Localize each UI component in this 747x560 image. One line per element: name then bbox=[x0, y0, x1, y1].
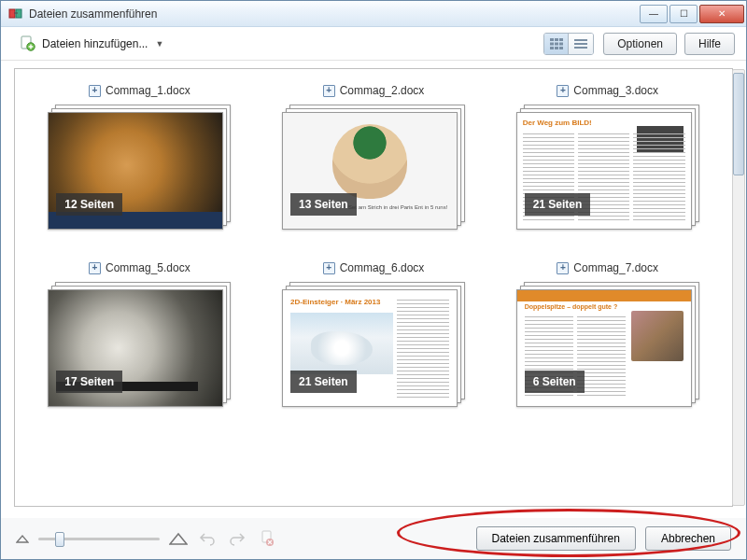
file-item[interactable]: +Commag_1.docx12 Seiten bbox=[34, 84, 246, 230]
file-list-panel: +Commag_1.docx12 Seiten+Commag_2.docxSet… bbox=[14, 68, 733, 507]
svg-rect-12 bbox=[559, 47, 563, 49]
page-count-badge: 6 Seiten bbox=[525, 371, 585, 393]
file-name: Commag_6.docx bbox=[340, 261, 425, 274]
expand-icon[interactable]: + bbox=[557, 85, 569, 97]
redo-icon[interactable] bbox=[227, 528, 247, 549]
add-files-label: Dateien hinzufügen... bbox=[42, 37, 148, 50]
expand-icon[interactable]: + bbox=[323, 262, 335, 274]
svg-rect-14 bbox=[574, 43, 587, 45]
titlebar: Dateien zusammenführen — ☐ ✕ bbox=[1, 1, 746, 27]
file-name-row: +Commag_7.docx bbox=[557, 261, 658, 274]
file-item[interactable]: +Commag_2.docxSet am Strich in drei Pari… bbox=[268, 84, 480, 230]
thumbnail-view-button[interactable] bbox=[544, 34, 569, 54]
options-button[interactable]: Optionen bbox=[603, 33, 677, 55]
thumbnail-stack[interactable]: Doppelspitze – doppelt gute ?6 Seiten bbox=[516, 282, 699, 407]
file-item[interactable]: +Commag_6.docx2D-Einsteiger · März 20132… bbox=[268, 261, 480, 407]
expand-icon[interactable]: + bbox=[89, 85, 101, 97]
file-item[interactable]: +Commag_5.docx17 Seiten bbox=[34, 261, 246, 407]
help-button[interactable]: Hilfe bbox=[684, 33, 735, 55]
svg-rect-6 bbox=[559, 38, 563, 41]
expand-icon[interactable]: + bbox=[323, 85, 335, 97]
file-name: Commag_3.docx bbox=[573, 84, 658, 97]
view-mode-toggle bbox=[543, 33, 594, 55]
file-item[interactable]: +Commag_7.docxDoppelspitze – doppelt gut… bbox=[501, 261, 713, 407]
slider-thumb[interactable] bbox=[55, 532, 64, 547]
toolbar: Dateien hinzufügen... ▼ Optionen Hilfe bbox=[1, 27, 746, 61]
svg-rect-4 bbox=[550, 38, 554, 41]
page-count-badge: 13 Seiten bbox=[290, 193, 357, 216]
thumbnail-stack[interactable]: Set am Strich in drei Paris Ent in 5 run… bbox=[282, 105, 465, 230]
file-name-row: +Commag_3.docx bbox=[557, 84, 658, 97]
file-name-row: +Commag_5.docx bbox=[89, 261, 190, 274]
zoom-in-icon[interactable] bbox=[169, 532, 188, 545]
thumbnail-stack[interactable]: 2D-Einsteiger · März 201321 Seiten bbox=[282, 282, 465, 407]
file-name: Commag_5.docx bbox=[106, 261, 190, 274]
thumbnail-stack[interactable]: 12 Seiten bbox=[48, 105, 231, 230]
svg-rect-15 bbox=[574, 47, 587, 49]
file-name: Commag_7.docx bbox=[573, 261, 658, 274]
remove-file-icon[interactable] bbox=[257, 528, 277, 549]
scrollbar-thumb[interactable] bbox=[733, 73, 744, 175]
window-controls: — ☐ ✕ bbox=[640, 5, 746, 23]
file-item[interactable]: +Commag_3.docxDer Weg zum BILD!21 Seiten bbox=[501, 84, 713, 230]
zoom-out-icon[interactable] bbox=[16, 534, 29, 543]
svg-rect-5 bbox=[555, 38, 558, 41]
close-button[interactable]: ✕ bbox=[699, 5, 744, 23]
app-icon bbox=[8, 7, 23, 21]
file-grid: +Commag_1.docx12 Seiten+Commag_2.docxSet… bbox=[15, 69, 732, 422]
vertical-scrollbar[interactable] bbox=[732, 69, 745, 506]
window-title: Dateien zusammenführen bbox=[29, 7, 640, 21]
add-files-icon bbox=[20, 35, 36, 52]
list-view-button[interactable] bbox=[569, 34, 593, 54]
page-count-badge: 21 Seiten bbox=[290, 371, 357, 393]
thumbnail-stack[interactable]: 17 Seiten bbox=[48, 282, 231, 407]
undo-icon[interactable] bbox=[197, 528, 218, 549]
chevron-down-icon: ▼ bbox=[155, 39, 163, 49]
zoom-slider[interactable] bbox=[38, 530, 160, 547]
file-name-row: +Commag_2.docx bbox=[323, 84, 425, 97]
svg-rect-11 bbox=[555, 47, 558, 49]
dialog-window: Dateien zusammenführen — ☐ ✕ Dateien hin… bbox=[0, 0, 747, 560]
svg-rect-7 bbox=[550, 42, 554, 45]
expand-icon[interactable]: + bbox=[89, 262, 101, 274]
file-name: Commag_2.docx bbox=[340, 84, 425, 97]
page-count-badge: 12 Seiten bbox=[56, 193, 122, 216]
file-name-row: +Commag_6.docx bbox=[323, 261, 425, 274]
add-files-dropdown[interactable]: Dateien hinzufügen... ▼ bbox=[12, 33, 171, 55]
svg-rect-9 bbox=[559, 42, 563, 45]
minimize-button[interactable]: — bbox=[640, 5, 668, 23]
cancel-button[interactable]: Abbrechen bbox=[645, 526, 731, 551]
svg-rect-13 bbox=[574, 39, 587, 41]
bottom-toolbar: Dateien zusammenführen Abbrechen bbox=[1, 518, 746, 559]
svg-rect-8 bbox=[555, 42, 558, 45]
file-name-row: +Commag_1.docx bbox=[89, 84, 190, 97]
svg-rect-10 bbox=[550, 47, 554, 49]
combine-files-button[interactable]: Dateien zusammenführen bbox=[476, 526, 636, 551]
maximize-button[interactable]: ☐ bbox=[669, 5, 698, 23]
file-name: Commag_1.docx bbox=[106, 84, 190, 97]
thumbnail-stack[interactable]: Der Weg zum BILD!21 Seiten bbox=[516, 105, 699, 230]
page-count-badge: 21 Seiten bbox=[525, 193, 591, 216]
expand-icon[interactable]: + bbox=[557, 262, 569, 274]
page-count-badge: 17 Seiten bbox=[56, 371, 122, 393]
